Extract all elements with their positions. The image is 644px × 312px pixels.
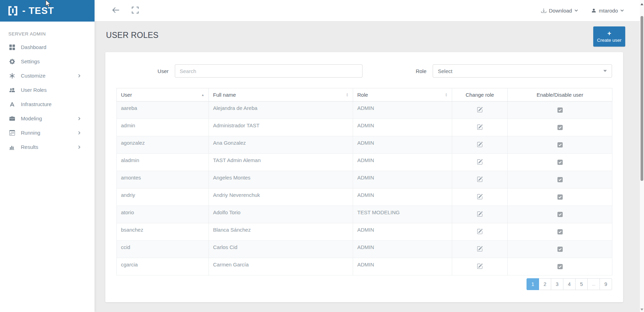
table-row: bsanchezBlanca SánchezADMIN [117, 223, 612, 241]
column-header-enable-disable: Enable/Disable user [508, 88, 612, 102]
enable-user-checkbox[interactable] [557, 160, 563, 165]
column-header-user[interactable]: User ▲ [117, 88, 209, 102]
edit-icon [477, 159, 483, 166]
create-user-button[interactable]: + Create user [593, 26, 625, 47]
sidebar-item-settings[interactable]: Settings [0, 54, 95, 69]
page-title: USER ROLES [106, 31, 158, 40]
pagination-page-3[interactable]: 3 [551, 278, 563, 290]
cell-full-name: Andriy Neverenchuk [209, 189, 353, 206]
change-role-button[interactable] [477, 142, 483, 149]
change-role-button[interactable] [477, 194, 483, 201]
person-icon [591, 8, 596, 13]
enable-user-checkbox[interactable] [557, 229, 563, 234]
briefcase-icon [9, 115, 15, 122]
table-row: amontesAngeles MontesADMIN [117, 171, 612, 189]
change-role-button[interactable] [477, 246, 483, 253]
sidebar-item-user-roles[interactable]: User Roles [0, 83, 95, 97]
table-row: agonzalezAna GonzalezADMIN [117, 136, 612, 154]
column-header-change-role: Change role [452, 88, 508, 102]
sidebar-item-running[interactable]: Running [0, 126, 95, 140]
cell-role: TEST MODELING [353, 206, 452, 223]
fullscreen-button[interactable] [130, 5, 140, 16]
role-select[interactable]: Select [433, 64, 612, 78]
fullscreen-icon [131, 7, 139, 15]
scroll-up-arrow-icon[interactable] [641, 3, 643, 5]
cell-role: ADMIN [353, 136, 452, 154]
pagination-page-1[interactable]: 1 [527, 278, 539, 290]
sidebar-item-infrastructure[interactable]: Infrastructure [0, 97, 95, 111]
scroll-down-arrow-icon[interactable] [641, 309, 643, 311]
vertical-scrollbar[interactable] [640, 0, 644, 312]
enable-user-checkbox[interactable] [557, 264, 563, 269]
user-filter-label: User [148, 68, 169, 74]
change-role-button[interactable] [477, 107, 483, 114]
pagination-ellipsis: ... [587, 278, 600, 290]
user-search-input[interactable] [175, 64, 362, 78]
pagination-page-4[interactable]: 4 [563, 278, 576, 290]
change-role-button[interactable] [477, 263, 483, 270]
gear-icon [9, 58, 15, 65]
cell-change-role [452, 119, 508, 136]
user-menu-dropdown[interactable]: mtarodo [591, 8, 624, 14]
sort-asc-icon: ▲ [201, 94, 204, 96]
check-icon [558, 142, 562, 148]
download-dropdown[interactable]: Download [541, 8, 578, 14]
enable-user-checkbox[interactable] [557, 194, 563, 200]
chevron-down-icon [574, 9, 578, 12]
column-header-full-name[interactable]: Full name ▲▼ [209, 88, 353, 102]
sidebar-section-label: SERVER ADMIN [0, 22, 95, 40]
enable-user-checkbox[interactable] [557, 142, 563, 147]
back-button[interactable] [111, 5, 121, 16]
caret-down-icon [603, 70, 607, 72]
main: Download mtarodo [95, 0, 640, 312]
cell-user: amontes [117, 171, 209, 189]
chevron-right-icon [78, 74, 81, 78]
sort-icon: ▲▼ [346, 93, 349, 97]
cell-change-role [452, 223, 508, 241]
change-role-button[interactable] [477, 229, 483, 235]
check-icon [558, 107, 562, 113]
check-icon [558, 264, 562, 270]
enable-user-checkbox[interactable] [557, 107, 563, 113]
user-roles-table: User ▲ Full name ▲▼ Role ▲▼ Change role [116, 88, 612, 275]
change-role-button[interactable] [477, 176, 483, 183]
table-row: adminAdministrador TASTADMIN [117, 119, 612, 136]
bar-chart-icon [9, 144, 15, 150]
cell-enable-disable [508, 223, 612, 241]
chevron-right-icon [78, 131, 81, 135]
change-role-button[interactable] [477, 124, 483, 131]
enable-user-checkbox[interactable] [557, 177, 563, 182]
table-row: cgarciaCarmen GarcíaADMIN [117, 258, 612, 275]
cell-full-name: Carmen García [209, 258, 353, 275]
sidebar-item-label: Running [21, 130, 40, 136]
plus-icon: + [607, 31, 611, 36]
enable-user-checkbox[interactable] [557, 247, 563, 252]
sidebar-item-modeling[interactable]: Modeling [0, 111, 95, 126]
chevron-right-icon [78, 117, 81, 120]
column-header-role[interactable]: Role ▲▼ [353, 88, 452, 102]
cell-role: ADMIN [353, 154, 452, 171]
create-user-label: Create user [597, 38, 622, 43]
cell-user: atorio [117, 206, 209, 223]
sidebar-item-dashboard[interactable]: Dashboard [0, 40, 95, 54]
enable-user-checkbox[interactable] [557, 125, 563, 130]
scrollbar-thumb[interactable] [641, 16, 643, 181]
pagination-page-9[interactable]: 9 [600, 278, 612, 290]
sidebar-item-customize[interactable]: Customize [0, 69, 95, 83]
edit-icon [477, 246, 483, 253]
table-row: atorioAdolfo TorioTEST MODELING [117, 206, 612, 223]
cell-user: cgarcia [117, 258, 209, 275]
calendar-icon [9, 130, 15, 136]
enable-user-checkbox[interactable] [557, 212, 563, 217]
cell-enable-disable [508, 154, 612, 171]
change-role-button[interactable] [477, 159, 483, 166]
change-role-button[interactable] [477, 211, 483, 218]
cell-role: ADMIN [353, 241, 452, 258]
cell-change-role [452, 136, 508, 154]
pagination-page-5[interactable]: 5 [575, 278, 588, 290]
pagination-page-2[interactable]: 2 [539, 278, 551, 290]
cell-full-name: Alejandra de Areba [209, 102, 353, 119]
cell-full-name: Administrador TAST [209, 119, 353, 136]
sidebar-item-results[interactable]: Results [0, 140, 95, 154]
dashboard-icon [9, 44, 15, 50]
